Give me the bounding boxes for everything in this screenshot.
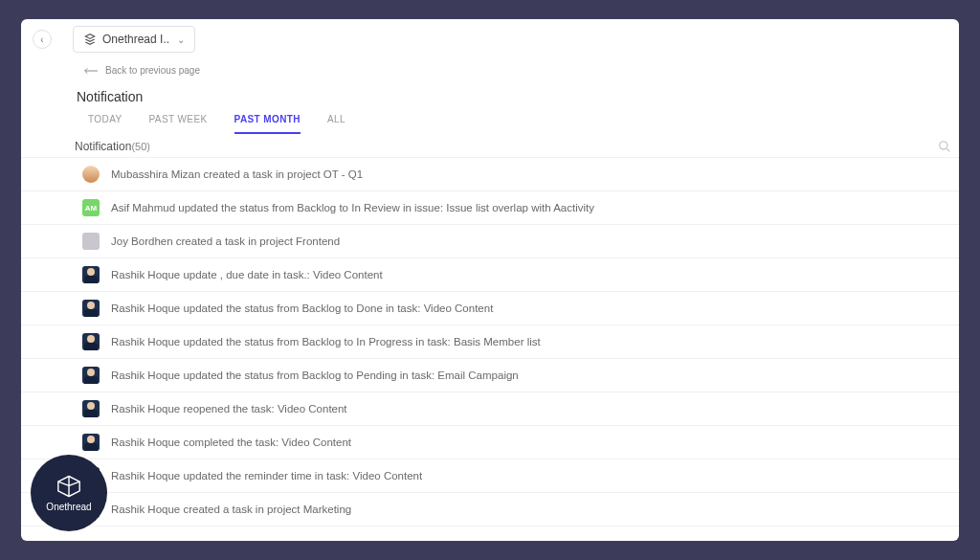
subheader-label: Notification [75, 140, 131, 153]
tab-past-month[interactable]: PAST MONTH [234, 114, 301, 134]
avatar [82, 166, 100, 183]
notification-text: Joy Bordhen created a task in project Fr… [111, 235, 340, 247]
avatar [82, 434, 100, 451]
tab-all[interactable]: ALL [327, 114, 345, 134]
notification-text: Rashik Hoque updated the status from Bac… [111, 370, 519, 381]
workspace-name: Onethread I.. [102, 33, 169, 46]
notification-text: Rashik Hoque updated the status from Bac… [111, 302, 493, 314]
notification-row[interactable]: Rashik Hoque created a task in project M… [21, 493, 959, 526]
topbar: ‹ Onethread I.. ⌄ [21, 19, 959, 59]
page-title: Notification [21, 76, 959, 114]
collapse-sidebar-button[interactable]: ‹ [33, 30, 52, 49]
notification-text: Rashik Hoque completed the task: Video C… [111, 437, 351, 448]
avatar [82, 400, 100, 417]
notification-text: Rashik Hoque updated the reminder time i… [111, 470, 422, 482]
notification-text: Rashik Hoque created a task in project M… [111, 504, 351, 515]
tab-past-week[interactable]: PAST WEEK [149, 114, 208, 134]
notification-row[interactable]: Rashik Hoque update , due date in task.:… [21, 258, 959, 292]
notification-text: Rashik Hoque update , due date in task.:… [111, 269, 383, 280]
tab-today[interactable]: TODAY [88, 114, 122, 134]
subheader: Notification(50) [21, 134, 959, 157]
avatar [82, 367, 100, 384]
notification-row[interactable]: Joy Bordhen created a task in project Fr… [21, 225, 959, 258]
avatar [82, 333, 100, 350]
notification-text: Rashik Hoque updated the status from Bac… [111, 336, 541, 347]
avatar [82, 300, 100, 317]
svg-point-0 [940, 142, 947, 149]
notification-count: (50) [131, 141, 150, 152]
brand-name: Onethread [46, 502, 91, 512]
app-frame: ‹ Onethread I.. ⌄ Back to previous page … [21, 19, 959, 541]
notification-row[interactable]: AMAsif Mahmud updated the status from Ba… [21, 191, 959, 225]
avatar [82, 266, 100, 283]
notification-row[interactable]: Rashik Hoque completed the task: Video C… [21, 426, 959, 459]
notification-row[interactable]: Rashik Hoque updated the status from Bac… [21, 325, 959, 359]
workspace-selector[interactable]: Onethread I.. ⌄ [73, 26, 195, 53]
notification-row[interactable]: Rashik Hoque updated the reminder time i… [21, 459, 959, 493]
workspace-logo-icon [83, 33, 97, 46]
notification-list: Mubasshira Mizan created a task in proje… [21, 157, 959, 526]
notification-row[interactable]: Rashik Hoque reopened the task: Video Co… [21, 392, 959, 426]
notification-text: Asif Mahmud updated the status from Back… [111, 202, 594, 213]
chevron-down-icon: ⌄ [177, 34, 185, 45]
avatar: AM [82, 199, 100, 216]
notification-text: Rashik Hoque reopened the task: Video Co… [111, 403, 347, 414]
notification-row[interactable]: Rashik Hoque updated the status from Bac… [21, 292, 959, 325]
avatar [82, 233, 100, 250]
arrow-left-icon [84, 67, 100, 75]
chevron-left-icon: ‹ [40, 34, 43, 45]
brand-badge: Onethread [31, 455, 107, 531]
notification-row[interactable]: Rashik Hoque updated the status from Bac… [21, 359, 959, 392]
back-link[interactable]: Back to previous page [21, 59, 959, 76]
back-link-label: Back to previous page [105, 65, 200, 76]
search-icon[interactable] [938, 140, 951, 153]
notification-row[interactable]: Mubasshira Mizan created a task in proje… [21, 158, 959, 191]
tabs: TODAY PAST WEEK PAST MONTH ALL [21, 114, 959, 134]
notification-text: Mubasshira Mizan created a task in proje… [111, 168, 363, 180]
brand-logo-icon [56, 475, 82, 498]
